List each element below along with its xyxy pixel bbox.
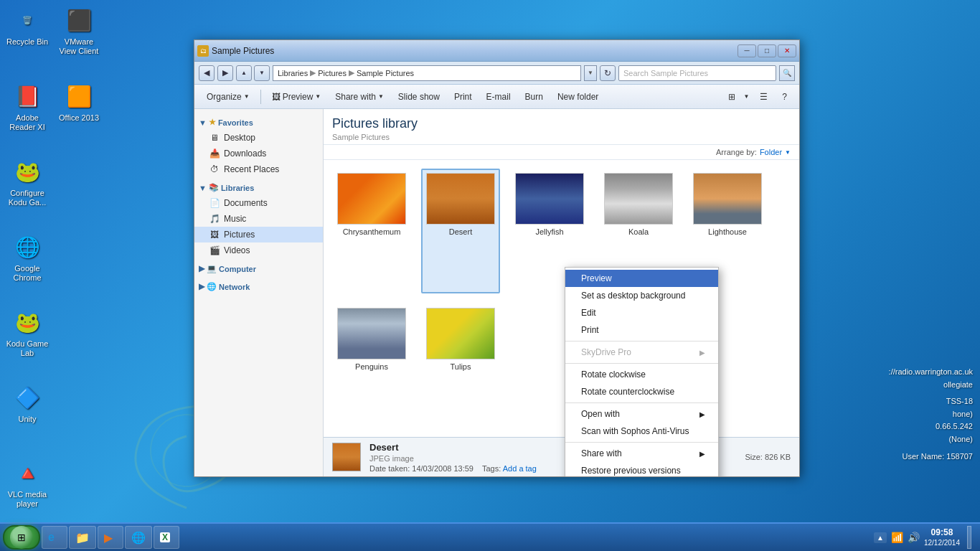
- vmware-label: VMware View Client: [57, 37, 101, 56]
- ie-icon: e: [48, 531, 55, 544]
- desktop-icon-chrome[interactable]: 🌐 Google Chrome: [2, 230, 52, 286]
- libraries-header[interactable]: ▼ 📚 Libraries: [194, 180, 323, 195]
- ctx-item-share-with[interactable]: Share with ▶: [565, 445, 718, 462]
- slide-show-button[interactable]: Slide show: [392, 88, 446, 106]
- share-with-button[interactable]: Share with ▼: [329, 88, 390, 106]
- status-filename: Desert: [369, 442, 537, 453]
- address-path[interactable]: Libraries ▶ Pictures ▶ Sample Pictures: [273, 65, 581, 81]
- start-button[interactable]: ⊞: [3, 525, 40, 550]
- unity-icon: 🔷: [13, 383, 42, 412]
- desktop-icon-recycle-bin[interactable]: 🗑️ Recycle Bin: [2, 3, 52, 50]
- taskbar-media-player-button[interactable]: ▶: [98, 526, 123, 549]
- explorer-window: 🗂 Sample Pictures ─ □ ✕ ◀ ▶ ▲ ▼ Librarie…: [194, 39, 800, 477]
- taskbar: ⊞ e 📁 ▶ 🌐 X ▲ 📶 🔊 09:58 12/12/2014: [0, 522, 980, 551]
- sidebar-item-music[interactable]: 🎵 Music: [194, 211, 323, 227]
- kodu-game-lab-label: Kodu Game Lab: [5, 339, 50, 358]
- file-item-penguins[interactable]: Penguins: [332, 303, 411, 428]
- desktop-icon-vlc[interactable]: 🔺 VLC media player: [2, 456, 52, 512]
- ctx-separator-4: [565, 442, 718, 443]
- ctx-item-rotate-cw[interactable]: Rotate clockwise: [565, 366, 718, 383]
- start-orb-icon: ⊞: [10, 526, 33, 549]
- arrange-by-value[interactable]: Folder: [760, 148, 782, 156]
- ctx-item-scan-sophos[interactable]: Scan with Sophos Anti-Virus: [565, 423, 718, 440]
- favorites-header[interactable]: ▼ ★ Favorites: [194, 115, 323, 130]
- ctx-item-rotate-ccw[interactable]: Rotate counterclockwise: [565, 383, 718, 400]
- ctx-item-restore-prev[interactable]: Restore previous versions: [565, 462, 718, 476]
- print-button[interactable]: Print: [448, 88, 479, 106]
- taskbar-ie-button[interactable]: e: [42, 526, 67, 549]
- sidebar-item-pictures[interactable]: 🖼 Pictures: [194, 227, 323, 242]
- sidebar-item-label: Recent Places: [224, 164, 279, 174]
- file-item-tulips[interactable]: Tulips: [421, 303, 500, 428]
- sidebar-item-videos[interactable]: 🎬 Videos: [194, 242, 323, 258]
- sidebar-item-label: Music: [224, 214, 246, 224]
- close-button[interactable]: ✕: [778, 44, 796, 57]
- ctx-item-set-desktop[interactable]: Set as desktop background: [565, 287, 718, 304]
- network-header[interactable]: ▶ 🌐 Network: [194, 279, 323, 294]
- tray-network-icon[interactable]: 📶: [891, 532, 903, 543]
- computer-header[interactable]: ▶ 💻 Computer: [194, 261, 323, 276]
- minimize-button[interactable]: ─: [738, 44, 756, 57]
- adobe-label: Adobe Reader XI: [5, 113, 50, 132]
- view-dropdown-button[interactable]: ▼: [740, 88, 752, 106]
- address-dropdown-button[interactable]: ▼: [584, 65, 597, 81]
- configure-kodu-icon: 🐸: [13, 157, 42, 186]
- add-tag-link[interactable]: Add a tag: [503, 464, 537, 473]
- taskbar-chrome-button[interactable]: 🌐: [125, 526, 152, 549]
- network-expand-icon: ▶: [199, 282, 204, 291]
- desktop-icon-vmware[interactable]: ⬛ VMware View Client: [54, 3, 104, 59]
- unity-label: Unity: [18, 415, 36, 424]
- taskbar-file-explorer-button[interactable]: 📁: [69, 526, 96, 549]
- desktop-icon-kodu-game-lab[interactable]: 🐸 Kodu Game Lab: [2, 305, 52, 361]
- maximize-button[interactable]: □: [758, 44, 776, 57]
- recycle-bin-icon: 🗑️: [13, 6, 42, 34]
- refresh-button[interactable]: ↻: [600, 65, 616, 81]
- recent-button[interactable]: ▼: [254, 65, 270, 81]
- favorites-star-icon: ★: [209, 118, 216, 127]
- details-pane-button[interactable]: ☰: [753, 88, 774, 106]
- koala-filename: Koala: [628, 227, 649, 236]
- up-button[interactable]: ▲: [236, 65, 252, 81]
- new-folder-button[interactable]: New folder: [551, 88, 605, 106]
- burn-button[interactable]: Burn: [519, 88, 550, 106]
- tray-volume-icon[interactable]: 🔊: [908, 532, 920, 543]
- library-subtitle: Sample Pictures: [332, 133, 791, 141]
- view-options-button[interactable]: ⊞: [725, 88, 739, 106]
- tray-clock[interactable]: 09:58 12/12/2014: [924, 527, 960, 548]
- organize-button[interactable]: Organize ▼: [200, 88, 256, 106]
- explorer-window-icon: 🗂: [197, 45, 209, 57]
- tray-expand-button[interactable]: ▲: [874, 532, 887, 543]
- search-placeholder: Search Sample Pictures: [623, 69, 708, 77]
- search-button[interactable]: 🔍: [779, 65, 795, 81]
- ctx-item-preview[interactable]: Preview: [565, 270, 718, 287]
- sidebar-item-downloads[interactable]: 📥 Downloads: [194, 146, 323, 161]
- help-button[interactable]: ?: [776, 88, 793, 106]
- file-item-desert[interactable]: Desert: [421, 169, 500, 293]
- ctx-item-print[interactable]: Print: [565, 321, 718, 339]
- sidebar-item-label: Documents: [224, 198, 268, 208]
- tray-show-desktop-button[interactable]: [967, 526, 971, 549]
- toolbar: Organize ▼ 🖼 Preview ▼ Share with ▼ Slid…: [194, 85, 799, 109]
- email-button[interactable]: E-mail: [480, 88, 517, 106]
- navigation-pane: ▼ ★ Favorites 🖥 Desktop 📥 Downloads ⏱ Re…: [194, 109, 324, 476]
- sidebar-item-recent-places[interactable]: ⏱ Recent Places: [194, 161, 323, 177]
- media-player-icon: ▶: [104, 531, 113, 545]
- ctx-item-edit[interactable]: Edit: [565, 304, 718, 321]
- desktop-icon-unity[interactable]: 🔷 Unity: [2, 380, 52, 427]
- sidebar-item-documents[interactable]: 📄 Documents: [194, 195, 323, 211]
- sidebar-item-desktop[interactable]: 🖥 Desktop: [194, 130, 323, 146]
- file-item-chrysanthemum[interactable]: Chrysanthemum: [332, 169, 411, 293]
- desktop-icon-configure-kodu[interactable]: 🐸 Configure Kodu Ga...: [2, 154, 52, 210]
- path-sample-pictures: Sample Pictures: [357, 69, 414, 77]
- network-section: ▶ 🌐 Network: [194, 279, 323, 294]
- desktop-icon-adobe[interactable]: 📕 Adobe Reader XI: [2, 79, 52, 135]
- files-header: Pictures library Sample Pictures: [324, 109, 799, 145]
- search-box[interactable]: Search Sample Pictures: [618, 65, 776, 81]
- taskbar-excel-button[interactable]: X: [154, 526, 179, 549]
- ctx-item-open-with[interactable]: Open with ▶: [565, 405, 718, 423]
- sidebar-item-label: Pictures: [224, 230, 255, 240]
- preview-button[interactable]: 🖼 Preview ▼: [265, 88, 328, 106]
- desktop-icon-office[interactable]: 🟧 Office 2013: [54, 79, 104, 126]
- back-button[interactable]: ◀: [199, 65, 215, 81]
- forward-button[interactable]: ▶: [217, 65, 233, 81]
